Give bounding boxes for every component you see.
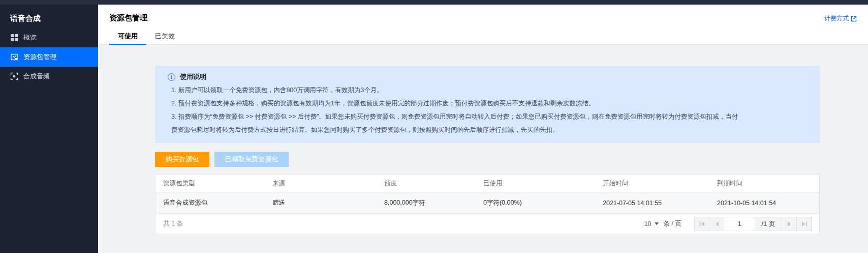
sidebar-item-label: 合成音频 xyxy=(23,72,50,81)
cell-used: 0字符(0.00%) xyxy=(483,199,603,207)
sidebar-menu: 概览 资源包管理 合成音频 xyxy=(0,28,98,86)
page-header: 资源包管理 计费方式 可使用 已失效 xyxy=(98,5,868,45)
notice-item: 3. 扣费顺序为“免费资源包 >> 付费资源包 >> 后付费”。如果您未购买付费… xyxy=(171,110,743,136)
sidebar-item-resource-packs[interactable]: 资源包管理 xyxy=(0,47,98,67)
main-area: 资源包管理 计费方式 可使用 已失效 i 使用说明 1. 新用户可以领取一个免费… xyxy=(98,5,868,253)
sidebar-item-label: 概览 xyxy=(23,33,37,42)
total-count-label: 共 1 条 xyxy=(163,219,183,228)
status-tabs: 可使用 已失效 xyxy=(109,29,183,45)
next-page-button[interactable] xyxy=(782,217,797,231)
cell-start-time: 2021-07-05 14:01:55 xyxy=(603,200,717,207)
notice-item: 2. 预付费资源包支持多种规格，购买的资源包有效期均为1年，资源包额度未使用完的… xyxy=(171,97,743,110)
page-size-unit: 条 / 页 xyxy=(664,219,681,228)
cell-source: 赠送 xyxy=(272,199,384,207)
info-icon: i xyxy=(168,73,175,81)
audio-focus-icon xyxy=(10,72,18,80)
first-page-button[interactable] xyxy=(694,217,709,231)
free-pack-claimed-button[interactable]: 已领取免费资源包 xyxy=(214,152,289,167)
buy-resource-pack-button[interactable]: 购买资源包 xyxy=(155,152,209,167)
notice-header: i 使用说明 xyxy=(168,72,743,81)
prev-page-icon xyxy=(714,221,720,227)
billing-method-link[interactable]: 计费方式 xyxy=(824,14,857,23)
next-page-icon xyxy=(787,221,792,227)
total-pages-label: /1 页 xyxy=(755,217,782,231)
page-title: 资源包管理 xyxy=(109,13,147,23)
cell-quota: 8,000,000字符 xyxy=(384,199,483,207)
sidebar: 语音合成 概览 资源包管理 合成音频 xyxy=(0,5,98,253)
pagination-controls: 10 条 / 页 /1 页 xyxy=(644,217,812,231)
page-size-value: 10 xyxy=(644,220,652,228)
cell-pack-type: 语音合成资源包 xyxy=(163,199,272,207)
table-row: 语音合成资源包 赠送 8,000,000字符 0字符(0.00%) 2021-0… xyxy=(156,192,819,214)
prev-page-button[interactable] xyxy=(709,217,724,231)
content-area: i 使用说明 1. 新用户可以领取一个免费资源包，内含800万调用字符，有效期为… xyxy=(98,45,868,253)
global-top-bar xyxy=(0,0,868,5)
cell-expire-time: 2021-10-05 14:01:54 xyxy=(717,200,819,207)
sidebar-product-title: 语音合成 xyxy=(0,5,98,24)
last-page-button[interactable] xyxy=(796,217,812,231)
grid-icon xyxy=(10,34,18,42)
current-page-input[interactable] xyxy=(724,217,755,231)
col-header-start-time: 开始时间 xyxy=(603,179,717,188)
external-link-icon xyxy=(851,16,857,22)
col-header-expire-time: 到期时间 xyxy=(717,179,819,188)
sidebar-item-synth-audio[interactable]: 合成音频 xyxy=(0,67,98,86)
notice-title: 使用说明 xyxy=(180,72,206,81)
col-header-source: 来源 xyxy=(272,179,384,188)
notice-item: 1. 新用户可以领取一个免费资源包，内含800万调用字符，有效期为3个月。 xyxy=(171,83,743,97)
sidebar-item-label: 资源包管理 xyxy=(23,52,56,62)
page-nav-group: /1 页 xyxy=(695,217,812,231)
col-header-used: 已使用 xyxy=(483,179,603,188)
sidebar-item-overview[interactable]: 概览 xyxy=(0,28,98,47)
col-header-quota: 额度 xyxy=(384,179,483,188)
tab-expired[interactable]: 已失效 xyxy=(146,29,183,45)
package-icon xyxy=(10,53,18,61)
pagination-bar: 共 1 条 10 条 / 页 / xyxy=(156,214,819,234)
tab-available[interactable]: 可使用 xyxy=(109,29,146,45)
table-header-row: 资源包类型 来源 额度 已使用 开始时间 到期时间 xyxy=(156,175,819,192)
last-page-icon xyxy=(801,221,807,227)
notice-list: 1. 新用户可以领取一个免费资源包，内含800万调用字符，有效期为3个月。 2.… xyxy=(171,83,743,136)
resource-pack-table: 资源包类型 来源 额度 已使用 开始时间 到期时间 语音合成资源包 赠送 8,0… xyxy=(155,175,820,234)
action-buttons: 购买资源包 已领取免费资源包 xyxy=(155,152,289,167)
usage-notice: i 使用说明 1. 新用户可以领取一个免费资源包，内含800万调用字符，有效期为… xyxy=(155,66,820,143)
col-header-type: 资源包类型 xyxy=(163,179,272,188)
page-size-select[interactable]: 10 xyxy=(644,220,659,228)
chevron-down-icon xyxy=(655,222,659,225)
billing-link-label: 计费方式 xyxy=(824,14,849,23)
first-page-icon xyxy=(699,221,705,227)
